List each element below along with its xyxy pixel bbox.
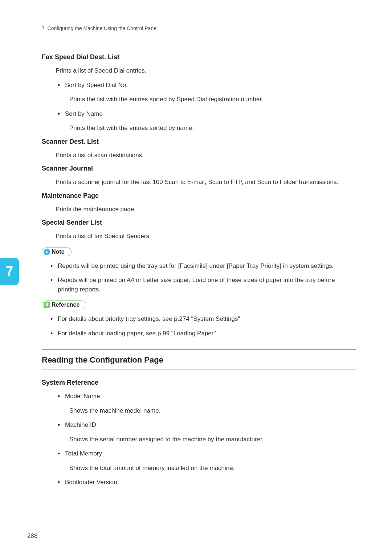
list-item: Model Name [56,392,356,401]
list-item: Total Memory [56,449,356,458]
reference-label-text: Reference [52,302,79,308]
reference-item: For details about loading paper, see p.9… [48,329,356,338]
body-text: Prints a list of scan destinations. [56,151,356,160]
list-item: Bootloader Version [56,478,356,487]
body-text: Prints a list of Speed Dial entries. [56,66,356,75]
body-text: Shows the total amount of memory install… [69,463,356,473]
body-text: Prints the list with the entries sorted … [69,95,356,104]
body-text: Prints a list of fax Special Senders. [56,232,356,241]
section-title-fax-speed-dial: Fax Speed Dial Dest. List [42,53,356,61]
list-item: Sort by Speed Dial No. [56,81,356,90]
note-callout: Note [42,248,72,256]
reference-item: For details about priority tray settings… [48,314,356,324]
chapter-tab: 7 [0,258,19,285]
list-item: Sort by Name [56,109,356,119]
arrow-down-icon [44,249,50,255]
body-text: Shows the machine model name. [69,406,356,416]
section-title-scanner-journal: Scanner Journal [42,165,356,172]
note-item: Reports will be printed using the tray s… [48,261,356,271]
section-title-maintenance: Maintenance Page [42,192,356,200]
svg-rect-2 [46,305,48,305]
reference-callout: Reference [42,301,86,309]
note-label-text: Note [52,249,65,255]
body-text: Prints the list with the entries sorted … [69,123,356,133]
section-title-scanner-dest: Scanner Dest. List [42,138,356,146]
note-item: Repots will be printed on A4 or Letter s… [48,275,356,294]
body-text: Prints a scanner journal for the last 10… [56,177,356,187]
section-title-system-reference: System Reference [42,379,356,387]
list-item: Machine ID [56,420,356,430]
page-number: 288 [27,532,37,540]
section-title-special-sender: Special Sender List [42,219,356,226]
document-icon [44,302,50,308]
body-text: Shows the serial number assigned to the … [69,435,356,444]
body-text: Prints the maintenance page. [56,205,356,214]
h2-reading-config-page: Reading the Configuration Page [42,349,356,369]
svg-rect-1 [46,304,48,304]
page-header-breadcrumb: 7. Configuring the Machine Using the Con… [42,25,356,35]
